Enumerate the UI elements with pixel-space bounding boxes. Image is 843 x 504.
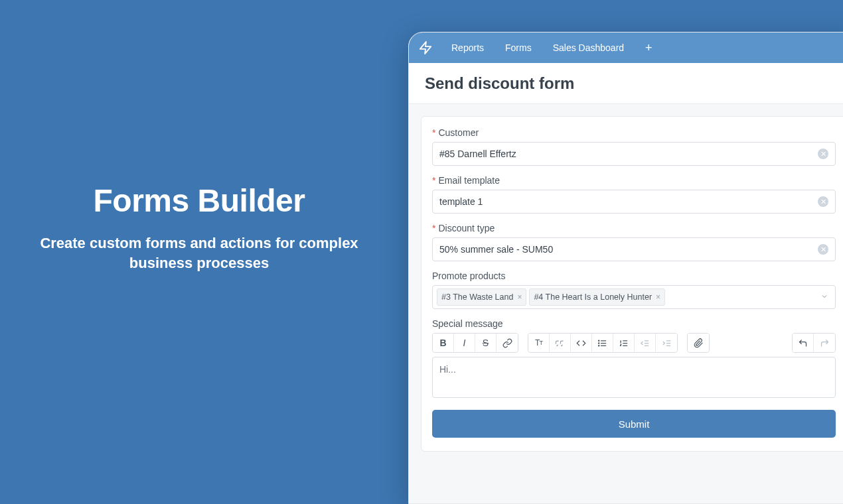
marketing-subtitle: Create custom forms and actions for comp…: [40, 233, 358, 273]
tab-label: Forms: [505, 42, 532, 53]
clear-icon[interactable]: ✕: [818, 149, 828, 159]
indent-button[interactable]: [656, 334, 677, 352]
app-window: Reports Forms Sales Dashboard + Send dis…: [408, 32, 843, 504]
required-mark: *: [432, 127, 435, 138]
field-special-message: Special message B I S TT: [432, 318, 836, 398]
label-promote-products: Promote products: [432, 271, 836, 281]
code-button[interactable]: [571, 334, 592, 352]
toolgroup-block: TT: [528, 333, 678, 353]
marketing-title: Forms Builder: [40, 182, 358, 219]
remove-tag-icon[interactable]: ×: [656, 292, 660, 302]
label-email-template: *Email template: [432, 175, 836, 186]
label-customer: *Customer: [432, 127, 836, 138]
form-canvas: *Customer #85 Darnell Effertz ✕ *Email t…: [409, 104, 843, 503]
label-discount-type: *Discount type: [432, 223, 836, 233]
undo-button[interactable]: [793, 334, 814, 352]
redo-button[interactable]: [814, 334, 835, 352]
ordered-list-button[interactable]: [613, 334, 635, 352]
svg-point-4: [599, 340, 599, 341]
tab-label: Sales Dashboard: [553, 42, 624, 53]
special-message-editor[interactable]: Hi...: [432, 357, 836, 398]
toolgroup-format: B I S: [432, 333, 518, 353]
svg-point-6: [599, 345, 599, 346]
product-tag: #3 The Waste Land×: [437, 288, 526, 306]
remove-tag-icon[interactable]: ×: [517, 292, 522, 302]
field-customer: *Customer #85 Darnell Effertz ✕: [432, 127, 836, 166]
editor-toolbar: B I S TT: [432, 333, 836, 353]
label-special-message: Special message: [432, 318, 836, 329]
field-discount-type: *Discount type 50% summer sale - SUM50 ✕: [432, 223, 836, 261]
heading-button[interactable]: TT: [528, 334, 550, 352]
field-email-template: *Email template template 1 ✕: [432, 175, 836, 214]
tab-forms[interactable]: Forms: [496, 38, 541, 57]
add-tab-button[interactable]: +: [640, 39, 658, 56]
required-mark: *: [432, 175, 435, 186]
product-tag: #4 The Heart Is a Lonely Hunter×: [529, 288, 665, 306]
email-template-value: template 1: [439, 196, 483, 207]
form-card: *Customer #85 Darnell Effertz ✕ *Email t…: [421, 116, 843, 452]
bold-button[interactable]: B: [433, 334, 454, 352]
page-title-bar: Send discount form: [409, 63, 843, 104]
tab-label: Reports: [451, 42, 484, 53]
page-title: Send discount form: [425, 74, 574, 93]
link-button[interactable]: [497, 334, 518, 352]
svg-marker-0: [420, 42, 431, 54]
tab-reports[interactable]: Reports: [442, 38, 493, 57]
app-logo-icon: [418, 40, 433, 55]
field-promote-products: Promote products #3 The Waste Land× #4 T…: [432, 271, 836, 309]
tab-sales-dashboard[interactable]: Sales Dashboard: [544, 38, 633, 57]
attachment-button[interactable]: [688, 334, 709, 352]
tab-bar: Reports Forms Sales Dashboard +: [409, 32, 843, 63]
submit-button[interactable]: Submit: [432, 410, 836, 438]
chevron-down-icon: [820, 292, 828, 302]
clear-icon[interactable]: ✕: [818, 244, 828, 255]
marketing-panel: Forms Builder Create custom forms and ac…: [0, 0, 398, 504]
customer-select[interactable]: #85 Darnell Effertz ✕: [432, 142, 836, 166]
discount-type-value: 50% summer sale - SUM50: [439, 244, 553, 255]
discount-type-select[interactable]: 50% summer sale - SUM50 ✕: [432, 237, 836, 261]
clear-icon[interactable]: ✕: [818, 196, 828, 207]
svg-point-5: [599, 342, 599, 343]
toolgroup-history: [792, 333, 836, 353]
customer-value: #85 Darnell Effertz: [439, 149, 516, 159]
required-mark: *: [432, 223, 435, 233]
toolgroup-attach: [687, 333, 710, 353]
italic-button[interactable]: I: [454, 334, 475, 352]
bullet-list-button[interactable]: [592, 334, 613, 352]
promote-products-multiselect[interactable]: #3 The Waste Land× #4 The Heart Is a Lon…: [432, 285, 836, 309]
strike-button[interactable]: S: [475, 334, 497, 352]
email-template-select[interactable]: template 1 ✕: [432, 190, 836, 214]
quote-button[interactable]: [550, 334, 571, 352]
outdent-button[interactable]: [635, 334, 656, 352]
